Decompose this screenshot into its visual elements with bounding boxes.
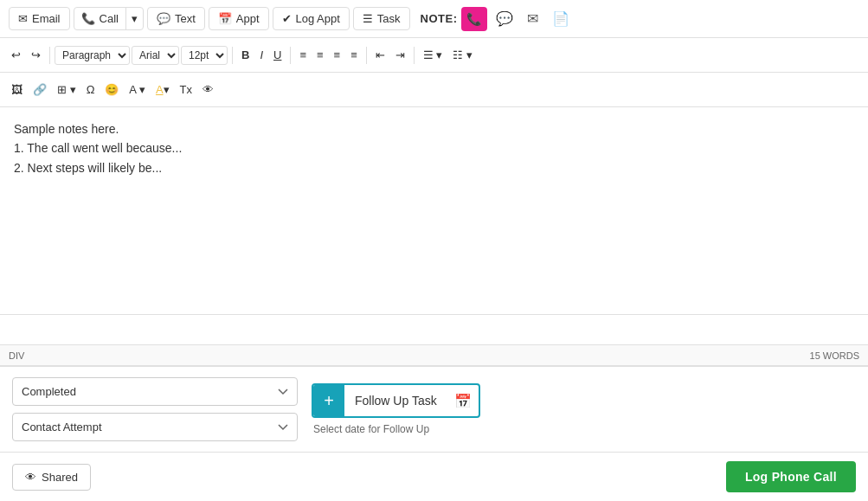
divider-2: [232, 47, 233, 64]
appt-button[interactable]: 📅 Appt: [209, 7, 269, 30]
follow-up-section: + Follow Up Task 📅 Select date for Follo…: [312, 383, 856, 435]
editor-toolbar-row1: ↩ ↪ Paragraph Arial 12pt B I U ≡ ≡ ≡ ≡ ⇤: [0, 38, 868, 73]
image-button[interactable]: 🖼: [7, 80, 27, 99]
follow-up-label: Follow Up Task: [344, 394, 447, 408]
highlight-icon: A: [156, 83, 164, 96]
ordered-list-button[interactable]: ☰ ▾: [419, 46, 447, 64]
bottom-section: Completed Contact Attempt + Follow Up Ta…: [0, 365, 868, 501]
font-color-button[interactable]: A ▾: [125, 80, 150, 99]
clear-format-button[interactable]: Tx: [176, 80, 196, 99]
size-select[interactable]: 12pt: [181, 46, 228, 65]
redo-button[interactable]: ↪: [27, 46, 45, 64]
editor-area[interactable]: Sample notes here. 1. The call went well…: [0, 107, 868, 315]
text-button[interactable]: 💬 Text: [147, 7, 205, 30]
follow-up-add-button[interactable]: +: [313, 385, 344, 416]
bottom-right: + Follow Up Task 📅 Select date for Follo…: [312, 377, 856, 441]
shared-button[interactable]: 👁 Shared: [12, 464, 91, 491]
align-left-button[interactable]: ≡: [295, 46, 311, 64]
eye-icon: 👁: [25, 471, 36, 484]
highlight-button[interactable]: A ▾: [151, 80, 174, 99]
note-section: NOTE: 📞 💬 ✉ 📄: [421, 7, 575, 31]
bottom-left: Completed Contact Attempt: [12, 377, 298, 441]
indent-decrease-button[interactable]: ⇤: [371, 46, 389, 64]
underline-button[interactable]: U: [269, 46, 286, 64]
undo-button[interactable]: ↩: [7, 46, 25, 64]
align-justify-button[interactable]: ≡: [346, 46, 362, 64]
email-label: Email: [32, 12, 61, 25]
top-toolbar: ✉ Email 📞 Call ▾ 💬 Text 📅 Appt ✔ Log App…: [0, 0, 868, 38]
note-phone-button[interactable]: 📞: [461, 7, 487, 31]
log-appt-button[interactable]: ✔ Log Appt: [273, 7, 350, 30]
check-icon: ✔: [282, 12, 292, 25]
emoji-button[interactable]: 😊: [100, 80, 123, 99]
appt-label: Appt: [236, 12, 260, 25]
editor-status: DIV 15 WORDS: [0, 344, 868, 365]
divider-5: [414, 47, 415, 64]
log-appt-label: Log Appt: [296, 12, 340, 25]
email-button[interactable]: ✉ Email: [9, 7, 70, 30]
envelope-icon: ✉: [527, 11, 538, 26]
editor-section: ↩ ↪ Paragraph Arial 12pt B I U ≡ ≡ ≡ ≡ ⇤: [0, 38, 868, 365]
status-select[interactable]: Completed: [12, 377, 298, 406]
task-label: Task: [377, 12, 401, 25]
email-icon: ✉: [18, 12, 28, 25]
follow-up-date-hint: Select date for Follow Up: [313, 423, 856, 435]
note-note-button[interactable]: 📄: [547, 7, 575, 30]
note-email-button[interactable]: ✉: [522, 7, 543, 30]
phone-icon: 📞: [81, 12, 95, 25]
bold-button[interactable]: B: [237, 46, 254, 64]
document-icon: 📄: [552, 11, 569, 26]
calendar-pick-icon: 📅: [454, 394, 472, 408]
editor-div-tag: DIV: [9, 350, 24, 361]
editor-toolbar-row2: 🖼 🔗 ⊞ ▾ Ω 😊 A ▾ A ▾ Tx 👁: [0, 73, 868, 107]
bottom-bar: Completed Contact Attempt + Follow Up Ta…: [0, 366, 868, 452]
unordered-list-button[interactable]: ☷ ▾: [448, 46, 477, 64]
task-button[interactable]: ☰ Task: [353, 7, 410, 30]
editor-body: Sample notes here. 1. The call went well…: [0, 107, 868, 344]
follow-up-row: + Follow Up Task 📅: [312, 383, 480, 418]
font-select[interactable]: Arial: [132, 46, 179, 65]
chat-bubble-icon: 💬: [496, 11, 513, 26]
editor-word-count: 15 WORDS: [810, 350, 859, 361]
preview-button[interactable]: 👁: [198, 80, 218, 99]
calendar-icon: 📅: [218, 12, 232, 25]
type-select[interactable]: Contact Attempt: [12, 413, 298, 441]
omega-button[interactable]: Ω: [82, 80, 100, 99]
call-label: Call: [100, 12, 119, 25]
divider-4: [366, 47, 367, 64]
divider-1: [49, 47, 50, 64]
text-label: Text: [175, 12, 196, 25]
editor-line3: 2. Next steps will likely be...: [14, 158, 854, 177]
log-phone-call-button[interactable]: Log Phone Call: [726, 461, 856, 492]
align-center-button[interactable]: ≡: [312, 46, 328, 64]
align-right-button[interactable]: ≡: [330, 46, 345, 64]
editor-line2: 1. The call went well because...: [14, 138, 854, 157]
chevron-down-icon: ▾: [132, 12, 138, 25]
chat-icon: 💬: [157, 12, 170, 25]
main-content: ↩ ↪ Paragraph Arial 12pt B I U ≡ ≡ ≡ ≡ ⇤: [0, 38, 868, 501]
task-icon: ☰: [363, 12, 373, 25]
divider-3: [290, 47, 291, 64]
italic-button[interactable]: I: [255, 46, 267, 64]
editor-line1: Sample notes here.: [14, 119, 854, 138]
note-chat-button[interactable]: 💬: [491, 7, 518, 30]
link-button[interactable]: 🔗: [29, 80, 51, 99]
phone-fill-icon: 📞: [466, 12, 481, 26]
indent-increase-button[interactable]: ⇥: [391, 46, 409, 64]
log-phone-label: Log Phone Call: [745, 470, 837, 484]
shared-label: Shared: [42, 471, 78, 484]
note-label: NOTE:: [421, 12, 458, 25]
table-button[interactable]: ⊞ ▾: [53, 80, 80, 99]
follow-up-calendar-button[interactable]: 📅: [447, 393, 479, 409]
call-button[interactable]: 📞 Call ▾: [74, 7, 144, 30]
bottom-actions: 👁 Shared Log Phone Call: [0, 452, 868, 501]
paragraph-select[interactable]: Paragraph: [55, 46, 130, 65]
